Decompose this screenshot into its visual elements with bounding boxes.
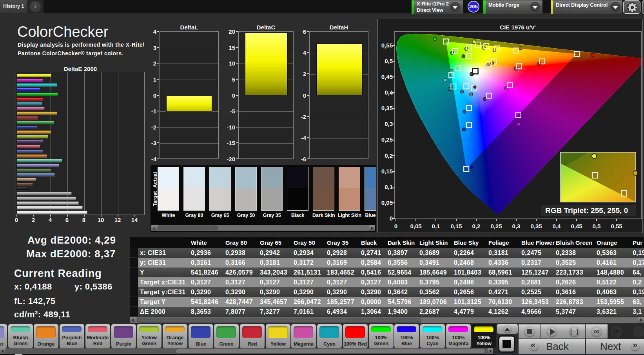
svg-text:0,15: 0,15 <box>381 168 393 175</box>
svg-text:0,45: 0,45 <box>571 223 582 229</box>
svg-text:0,2: 0,2 <box>385 152 393 159</box>
svg-text:0,05: 0,05 <box>381 199 393 206</box>
svg-text:0,35: 0,35 <box>530 223 542 229</box>
svg-text:0,1: 0,1 <box>385 184 393 190</box>
svg-text:0,5: 0,5 <box>385 58 393 64</box>
svg-text:0,1: 0,1 <box>432 223 440 229</box>
svg-text:0: 0 <box>390 215 393 222</box>
svg-text:0,4: 0,4 <box>385 89 393 96</box>
svg-text:0,05: 0,05 <box>410 223 421 229</box>
svg-text:0,15: 0,15 <box>450 223 462 229</box>
svg-text:0,25: 0,25 <box>381 136 393 143</box>
svg-text:CIE 1976 u'v': CIE 1976 u'v' <box>500 24 535 31</box>
svg-text:0,55: 0,55 <box>611 223 622 229</box>
svg-text:0,45: 0,45 <box>381 73 393 80</box>
svg-text:0,55: 0,55 <box>381 42 393 49</box>
svg-text:0,35: 0,35 <box>381 105 393 111</box>
svg-text:0,3: 0,3 <box>512 223 521 229</box>
svg-text:0,4: 0,4 <box>553 223 561 229</box>
svg-text:0: 0 <box>394 223 397 229</box>
svg-text:0,2: 0,2 <box>472 223 481 229</box>
svg-text:0,5: 0,5 <box>593 223 601 229</box>
svg-text:RGB Triplet: 255, 255, 0: RGB Triplet: 255, 255, 0 <box>545 206 628 215</box>
svg-text:0,25: 0,25 <box>490 223 502 229</box>
svg-text:0,3: 0,3 <box>385 120 393 127</box>
